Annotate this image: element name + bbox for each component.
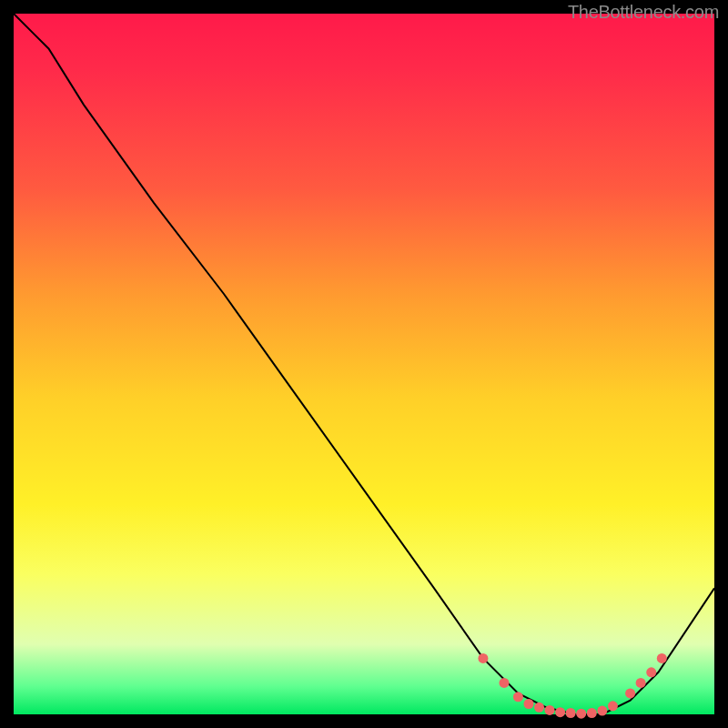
data-point (576, 709, 586, 719)
data-point (478, 653, 488, 663)
watermark-text: TheBottleneck.com (568, 2, 719, 23)
bottleneck-curve (14, 14, 714, 714)
data-point (545, 705, 555, 715)
data-point (534, 703, 544, 713)
dot-group (478, 653, 666, 719)
data-point (597, 706, 607, 716)
chart-container: TheBottleneck.com (0, 0, 728, 728)
data-point (500, 678, 510, 688)
chart-overlay (14, 14, 714, 714)
data-point (657, 653, 667, 663)
data-point (636, 678, 646, 688)
data-point (566, 708, 576, 718)
data-point (646, 667, 656, 677)
data-point (513, 692, 523, 702)
data-point (608, 701, 618, 711)
data-point (524, 699, 534, 709)
data-point (555, 707, 565, 717)
data-point (625, 688, 635, 698)
data-point (587, 708, 597, 718)
